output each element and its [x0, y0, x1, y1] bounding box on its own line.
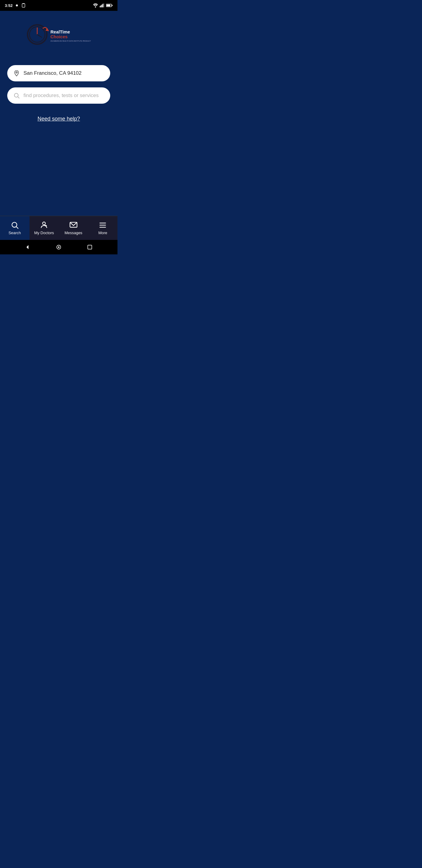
svg-text:AN AMERICAN HEALTH DATA INSTIT: AN AMERICAN HEALTH DATA INSTITUTE PRODUC…	[51, 40, 91, 42]
nav-item-messages[interactable]: Messages	[59, 216, 88, 240]
svg-rect-11	[112, 5, 112, 6]
search-icon	[13, 92, 20, 99]
messages-nav-label: Messages	[64, 230, 82, 235]
status-time: 3:52	[5, 3, 26, 8]
svg-rect-8	[104, 4, 104, 7]
search-nav-label: Search	[8, 230, 21, 235]
nav-item-my-doctors[interactable]: My Doctors	[30, 216, 59, 240]
signal-icon	[100, 3, 104, 7]
nav-item-search[interactable]: Search	[0, 216, 30, 240]
logo-svg: RealTime Choices AN AMERICAN HEALTH DATA…	[26, 23, 92, 46]
svg-line-15	[37, 34, 42, 37]
svg-point-21	[14, 93, 19, 97]
location-icon	[13, 70, 20, 76]
svg-marker-32	[26, 245, 28, 249]
search-placeholder: find procedures, tests or services	[24, 93, 98, 98]
home-button[interactable]	[55, 243, 63, 251]
procedure-search-field[interactable]: find procedures, tests or services	[7, 87, 110, 104]
doctors-nav-icon	[40, 221, 48, 229]
svg-line-24	[16, 227, 18, 228]
svg-line-22	[18, 97, 19, 98]
svg-point-23	[12, 222, 17, 227]
bottom-nav: Search My Doctors Messages More	[0, 216, 118, 240]
svg-point-3	[95, 6, 96, 7]
search-nav-icon	[10, 221, 19, 229]
location-field[interactable]: San Francisco, CA 94102	[7, 65, 110, 82]
svg-point-25	[43, 222, 45, 225]
notification-icon	[14, 3, 19, 8]
svg-point-20	[16, 72, 18, 73]
battery-icon	[106, 4, 112, 7]
svg-rect-6	[101, 4, 102, 7]
clipboard-icon	[21, 3, 26, 8]
svg-point-34	[58, 247, 59, 248]
home-icon	[56, 244, 62, 250]
back-icon	[25, 244, 31, 250]
svg-rect-1	[22, 4, 25, 7]
location-value: San Francisco, CA 94102	[24, 70, 82, 76]
recent-button[interactable]	[86, 243, 94, 251]
svg-rect-4	[100, 6, 100, 7]
status-bar: 3:52	[0, 0, 118, 11]
location-input-container: San Francisco, CA 94102	[7, 65, 110, 82]
nav-item-more[interactable]: More	[88, 216, 118, 240]
svg-rect-10	[106, 4, 110, 6]
logo-container: RealTime Choices AN AMERICAN HEALTH DATA…	[26, 23, 92, 47]
svg-point-0	[16, 4, 18, 7]
status-icons	[93, 3, 112, 7]
more-nav-label: More	[98, 230, 107, 235]
my-doctors-nav-label: My Doctors	[34, 230, 54, 235]
help-link[interactable]: Need some help?	[37, 116, 80, 122]
svg-rect-5	[101, 5, 101, 7]
svg-text:Choices: Choices	[51, 34, 68, 39]
wifi-icon	[93, 3, 98, 7]
more-nav-icon	[98, 221, 107, 229]
svg-rect-7	[103, 4, 103, 7]
android-nav-bar	[0, 240, 118, 254]
messages-nav-icon	[69, 221, 78, 229]
svg-text:RealTime: RealTime	[51, 30, 70, 34]
back-button[interactable]	[24, 243, 32, 251]
search-input-container: find procedures, tests or services	[7, 87, 110, 104]
svg-rect-35	[88, 245, 92, 249]
recent-icon	[87, 244, 93, 250]
app-logo: RealTime Choices AN AMERICAN HEALTH DATA…	[26, 23, 92, 47]
svg-rect-2	[23, 3, 24, 4]
main-content: RealTime Choices AN AMERICAN HEALTH DATA…	[0, 11, 118, 216]
